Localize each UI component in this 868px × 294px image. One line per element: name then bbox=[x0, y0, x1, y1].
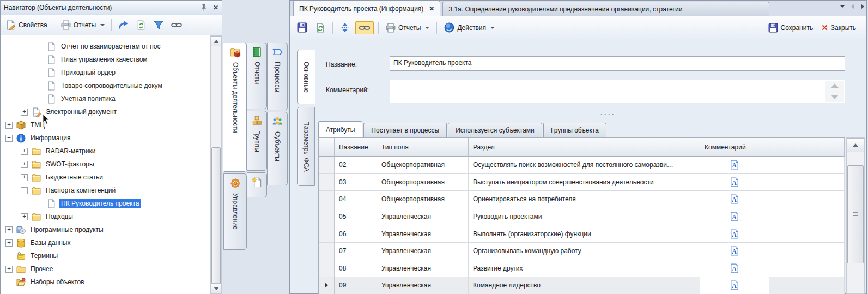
table-scrollbar[interactable] bbox=[846, 137, 865, 294]
scrollbar-thumb[interactable] bbox=[211, 147, 221, 284]
expand-collapse-button[interactable] bbox=[337, 21, 353, 34]
nav-vtab-Субъекты[interactable]: Субъекты bbox=[267, 112, 288, 185]
save-icon-button[interactable] bbox=[294, 21, 310, 34]
cell-comment[interactable]: A bbox=[700, 157, 769, 174]
cell-comment[interactable]: A bbox=[700, 225, 769, 243]
table-row[interactable]: 06УправленческаяВыполнять (организаторск… bbox=[319, 225, 845, 243]
side-tab-Параметры ФСА[interactable]: Параметры ФСА bbox=[297, 107, 315, 186]
side-tab-Основные[interactable]: Основные bbox=[297, 50, 315, 104]
nav-vtab-Группы[interactable]: Группы bbox=[247, 111, 267, 171]
cell-comment[interactable]: A bbox=[700, 174, 769, 191]
tree-item[interactable]: +Электронный документ bbox=[1, 105, 210, 118]
tree-item[interactable]: +Бюджетные статьи bbox=[1, 171, 210, 184]
reports-button[interactable]: Отчеты bbox=[383, 21, 432, 34]
column-header[interactable]: Тип поля bbox=[377, 138, 469, 157]
tree-expander[interactable]: + bbox=[21, 174, 28, 181]
cell-comment[interactable]: A bbox=[700, 277, 769, 294]
tree-expander[interactable]: + bbox=[5, 266, 13, 273]
nav-reports-button[interactable]: Отчеты bbox=[58, 19, 107, 32]
go-to-icon-button[interactable] bbox=[116, 19, 131, 32]
table-row[interactable]: 07УправленческаяОрганизовывать командную… bbox=[319, 243, 845, 260]
object-tab[interactable]: Поступает в процессы bbox=[363, 123, 447, 137]
nav-vtab-icon[interactable] bbox=[247, 172, 267, 197]
tree-item[interactable]: План управления качеством bbox=[1, 53, 210, 66]
scroll-up-icon[interactable] bbox=[831, 83, 839, 88]
doc-tab-inactive[interactable]: 3.1а. Определение руководителями предназ… bbox=[442, 2, 769, 16]
actions-button[interactable]: Действия bbox=[441, 21, 497, 34]
tab-scroll-right-icon[interactable] bbox=[861, 4, 864, 9]
doc-tab-active[interactable]: ПК Руководитель проекта (Информация) ✕ bbox=[293, 1, 440, 16]
comment-input[interactable] bbox=[390, 80, 845, 103]
tree-item[interactable]: +RADAR-метрики bbox=[1, 145, 210, 158]
refresh-button[interactable] bbox=[313, 21, 328, 34]
tree-item[interactable]: −Информация bbox=[1, 131, 210, 145]
cell-comment[interactable]: A bbox=[700, 260, 769, 278]
refresh-button[interactable] bbox=[133, 19, 149, 32]
tree-item[interactable]: Товаро-сопроводительные докум bbox=[1, 79, 210, 92]
tab-list-dropdown-icon[interactable] bbox=[840, 5, 845, 8]
tree-item[interactable]: +SWOT-факторы bbox=[1, 158, 210, 171]
tree-expander[interactable]: + bbox=[5, 122, 13, 129]
scroll-down-icon[interactable] bbox=[831, 95, 839, 99]
properties-button[interactable]: Свойства bbox=[3, 19, 50, 32]
cell-type: Управленческая bbox=[377, 208, 469, 226]
tree-expander[interactable]: + bbox=[21, 148, 28, 155]
table-row[interactable]: 05УправленческаяРуководить проектамиA bbox=[319, 208, 845, 226]
navigator-scrollbar[interactable] bbox=[210, 35, 222, 294]
cell-comment[interactable]: A bbox=[700, 243, 769, 260]
table-row[interactable]: 09УправленческаяКомандное лидерствоA bbox=[319, 277, 845, 294]
tree-item[interactable]: +Подходы bbox=[1, 210, 210, 223]
column-header[interactable]: Комментарий bbox=[700, 138, 769, 157]
tree-item[interactable]: Термины bbox=[1, 249, 210, 262]
scroll-up-button[interactable] bbox=[847, 138, 864, 152]
table-row[interactable]: 04ОбщекорпоративнаяОриентироваться на по… bbox=[319, 191, 845, 208]
tree-item[interactable]: +Базы данных bbox=[1, 236, 210, 249]
tree-expander[interactable]: − bbox=[5, 135, 13, 142]
nav-vtab-Отчеты[interactable]: Отчеты bbox=[247, 43, 267, 109]
object-tab[interactable]: Группы объекта bbox=[543, 123, 606, 137]
comment-scroll-buttons[interactable] bbox=[825, 81, 844, 102]
tree-expander[interactable]: + bbox=[5, 226, 13, 233]
filter-button[interactable] bbox=[151, 19, 166, 32]
tab-scroll-left-icon[interactable] bbox=[851, 4, 854, 9]
tree-expander[interactable]: + bbox=[21, 161, 28, 168]
column-header[interactable]: Название bbox=[335, 138, 377, 157]
save-button[interactable]: Сохранить bbox=[766, 21, 816, 34]
close-tab-icon[interactable]: ✕ bbox=[429, 5, 434, 13]
tree-item[interactable]: Учетная политика bbox=[1, 92, 210, 105]
tree-item[interactable]: Отчет по взаиморасчетам от пос bbox=[1, 40, 210, 53]
tree-expander[interactable]: + bbox=[5, 239, 13, 247]
cell-comment[interactable]: A bbox=[700, 191, 769, 208]
tree-item[interactable]: Наборы объектов bbox=[1, 275, 210, 289]
close-panel-icon[interactable]: ✕ bbox=[213, 4, 218, 11]
table-row[interactable]: 03ОбщекорпоративнаяВыступать инициатором… bbox=[319, 174, 845, 191]
splitter-handle[interactable]: ···· bbox=[600, 111, 616, 118]
link-toggle-button[interactable] bbox=[355, 21, 374, 34]
pin-icon[interactable] bbox=[200, 4, 208, 11]
nav-vtab-Управление[interactable]: Управление bbox=[223, 173, 247, 250]
table-row[interactable]: 02ОбщекорпоративнаяОсуществлять поиск во… bbox=[319, 157, 845, 174]
column-header[interactable]: Раздел bbox=[469, 138, 700, 157]
close-button[interactable]: ✕ Закрыть bbox=[818, 21, 859, 34]
tree-item[interactable]: Приходный ордер bbox=[1, 66, 210, 79]
tree-expander[interactable]: − bbox=[21, 187, 28, 194]
nav-vtab-Объекты деятельности[interactable]: Объекты деятельности bbox=[223, 43, 247, 172]
scrollbar-thumb[interactable] bbox=[847, 165, 864, 263]
name-input[interactable]: ПК Руководитель проекта bbox=[390, 56, 845, 71]
link-button[interactable] bbox=[168, 19, 185, 31]
nav-vtab-Процессы[interactable]: Процессы bbox=[267, 43, 288, 110]
tree-item[interactable]: −Паспорта компетенций bbox=[1, 184, 210, 197]
tree-expander[interactable]: + bbox=[21, 109, 28, 116]
object-tab[interactable]: Используется субъектами bbox=[448, 123, 542, 137]
object-tab[interactable]: Атрибуты bbox=[318, 121, 362, 137]
cell-comment[interactable]: A bbox=[700, 208, 769, 226]
tree-item[interactable]: +Программные продукты bbox=[1, 223, 210, 236]
table-row[interactable]: 08УправленческаяРазвитие другихA bbox=[319, 260, 845, 278]
tree-item[interactable]: ПК Руководитель проекта bbox=[1, 197, 210, 210]
scroll-down-button[interactable] bbox=[211, 283, 221, 293]
tree-item[interactable]: +Прочее bbox=[1, 262, 210, 275]
tree-expander[interactable]: + bbox=[21, 213, 28, 220]
tree-item[interactable]: +ТМЦ bbox=[1, 118, 210, 131]
tree-item-label: Программные продукты bbox=[29, 225, 105, 234]
scroll-up-button[interactable] bbox=[211, 36, 221, 46]
